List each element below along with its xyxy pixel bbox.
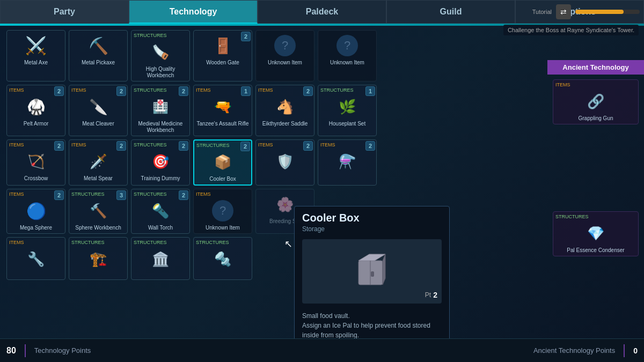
svg-marker-1	[358, 254, 385, 261]
nav-bar: Party Technology Paldeck Guild Options T…	[0, 0, 644, 24]
metal-pickaxe-name: Metal Pickaxe	[82, 60, 115, 66]
item-meat-cleaver[interactable]: Items 2 🔪 Meat Cleaver	[69, 85, 128, 136]
condenser-name: Pal Essence Condenser	[567, 247, 624, 254]
condenser-category: Structures	[555, 214, 589, 219]
tanzee-rifle-name: Tanzee's Assault Rifle	[197, 121, 249, 127]
row5-4-icon: 🔩	[208, 246, 237, 272]
paldeck-tab-label: Paldeck	[306, 7, 338, 17]
row5-3-icon: 🏛️	[146, 246, 175, 272]
item-crossbow[interactable]: Items 2 🏹 Crossbow	[6, 139, 65, 186]
unknown-1-name: Unknown Item	[268, 60, 302, 66]
item-row3-6[interactable]: Items 2 ⚗️	[318, 139, 377, 186]
crossbow-icon: 🏹	[21, 149, 50, 174]
training-dummy-name: Training Dummy	[141, 175, 180, 182]
item-metal-axe[interactable]: ⚔️ Metal Axe	[6, 30, 65, 82]
item-unknown-row4[interactable]: Items ? Unknown Item	[193, 189, 252, 234]
item-row5-2[interactable]: Structures 🏗️	[69, 237, 128, 280]
cooler-box-category: Structures	[196, 143, 230, 148]
unknown-row4-icon: ?	[208, 198, 237, 224]
sphere-workbench-icon: 🔨	[84, 198, 113, 224]
bottom-divider-2	[624, 344, 625, 357]
item-wall-torch[interactable]: Structures 2 🔦 Wall Torch	[131, 189, 190, 234]
row3-6-icon: ⚗️	[333, 149, 362, 174]
popup-image-area: Pt 2	[302, 239, 442, 304]
cooler-box-name: Cooler Box	[209, 176, 236, 182]
item-hq-workbench[interactable]: Structures 🪚 High Quality Workbench	[131, 30, 190, 82]
item-unknown-1[interactable]: ? Unknown Item	[255, 30, 314, 82]
popup-title: Cooler Box	[302, 212, 442, 224]
tab-technology[interactable]: Technology	[129, 0, 258, 24]
meat-cleaver-category: Items	[71, 87, 86, 93]
item-row3-5[interactable]: Items 2 🛡️	[255, 139, 314, 186]
mega-sphere-level: 2	[54, 190, 64, 200]
guild-tab-label: Guild	[440, 7, 462, 17]
tutorial-icon[interactable]: ⇄	[556, 4, 571, 19]
tab-guild[interactable]: Guild	[386, 0, 515, 24]
row5-2-category: Structures	[71, 240, 105, 245]
svg-marker-2	[383, 254, 385, 285]
popup-pt-badge: Pt 2	[425, 291, 437, 299]
unknown-question-2: ?	[336, 35, 358, 56]
item-cooler-box[interactable]: Structures 2 📦 Cooler Box	[193, 139, 252, 186]
sphere-workbench-category: Structures	[71, 191, 105, 197]
tech-row-1: ⚔️ Metal Axe ⛏️ Metal Pickaxe Structures…	[6, 30, 537, 82]
item-metal-spear[interactable]: Items 2 🗡️ Metal Spear	[69, 139, 128, 186]
pelt-armor-icon: 🥋	[21, 94, 50, 120]
hq-workbench-category: Structures	[134, 33, 167, 38]
item-mega-sphere[interactable]: Items 2 🔵 Mega Sphere	[6, 189, 65, 234]
item-unknown-2[interactable]: ? Unknown Item	[318, 30, 377, 82]
tutorial-progress-fill	[575, 10, 624, 14]
item-eikthyrdeer-saddle[interactable]: Items 2 🐴 Eikthyrdeer Saddle	[255, 85, 314, 136]
wall-torch-name: Wall Torch	[148, 225, 173, 231]
crossbow-name: Crossbow	[24, 175, 48, 182]
houseplant-icon: 🌿	[333, 94, 362, 120]
row5-1-category: Items	[9, 240, 24, 245]
tanzee-rifle-level: 1	[241, 86, 251, 96]
item-wooden-gate[interactable]: 2 🚪 Wooden Gate	[193, 30, 252, 82]
ancient-points-label: Ancient Technology Points	[533, 346, 615, 354]
saddle-icon: 🐴	[270, 94, 299, 120]
medieval-medicine-icon: 🏥	[146, 94, 175, 120]
item-row5-1[interactable]: Items 🔧	[6, 237, 65, 280]
training-dummy-category: Structures	[134, 142, 167, 147]
item-sphere-workbench[interactable]: Structures 3 🔨 Sphere Workbench	[69, 189, 128, 234]
tutorial-label: Tutorial	[532, 9, 552, 15]
pelt-armor-level: 2	[54, 86, 64, 96]
row5-4-category: Structures	[196, 240, 229, 245]
tab-paldeck[interactable]: Paldeck	[258, 0, 386, 24]
side-panel: Items 🔗 Grappling Gun Structures 💎 Pal E…	[547, 77, 644, 258]
wooden-gate-name: Wooden Gate	[206, 60, 239, 66]
wooden-gate-icon: 🚪	[208, 33, 237, 58]
metal-axe-name: Metal Axe	[24, 60, 48, 66]
bottom-bar: 80 Technology Points Ancient Technology …	[0, 338, 644, 362]
item-pal-essence-condenser[interactable]: Structures 💎 Pal Essence Condenser	[553, 211, 639, 256]
sphere-workbench-level: 3	[116, 190, 126, 200]
grappling-gun-icon: 🔗	[581, 88, 610, 114]
pelt-armor-category: Items	[9, 87, 24, 93]
item-grappling-gun[interactable]: Items 🔗 Grappling Gun	[553, 79, 639, 124]
tech-row-2: Items 2 🥋 Pelt Armor Items 2 🔪 Meat Clea…	[6, 85, 537, 136]
unknown-row4-category: Items	[196, 191, 211, 197]
item-metal-pickaxe[interactable]: ⛏️ Metal Pickaxe	[69, 30, 128, 82]
meat-cleaver-level: 2	[116, 86, 126, 96]
cooler-box-level: 2	[240, 142, 250, 151]
item-training-dummy[interactable]: Structures 2 🎯 Training Dummy	[131, 139, 190, 186]
row5-1-icon: 🔧	[21, 246, 50, 272]
item-row5-3[interactable]: Structures 🏛️	[131, 237, 190, 280]
tutorial-progress-bar	[575, 10, 640, 14]
row3-5-level: 2	[303, 141, 313, 151]
item-houseplant-set[interactable]: Structures 1 🌿 Houseplant Set	[318, 85, 377, 136]
party-tab-label: Party	[54, 7, 75, 17]
row3-5-category: Items	[258, 142, 273, 147]
cooler-box-3d-icon	[350, 250, 393, 293]
ancient-points-value: 0	[633, 346, 638, 355]
tab-party[interactable]: Party	[0, 0, 129, 24]
meat-cleaver-name: Meat Cleaver	[82, 121, 114, 127]
item-row5-4[interactable]: Structures 🔩	[193, 237, 252, 280]
item-tanzee-rifle[interactable]: Items 1 🔫 Tanzee's Assault Rifle	[193, 85, 252, 136]
item-pelt-armor[interactable]: Items 2 🥋 Pelt Armor	[6, 85, 65, 136]
houseplant-category: Structures	[320, 87, 354, 93]
item-medieval-medicine[interactable]: Structures 2 🏥 Medieval Medicine Workben…	[131, 85, 190, 136]
cooler-box-popup: Cooler Box Storage Pt 2 S	[294, 206, 450, 338]
mega-sphere-category: Items	[9, 191, 24, 197]
